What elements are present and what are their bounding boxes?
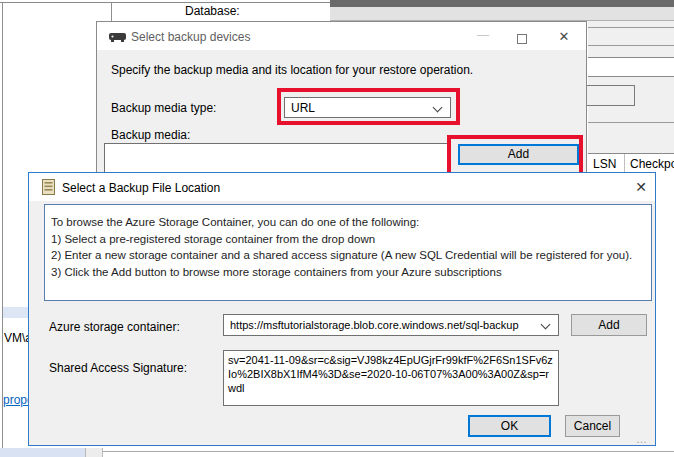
- shared-access-signature-label: Shared Access Signature:: [49, 361, 187, 375]
- azure-storage-container-value: https://msftutorialstorage.blob.core.win…: [230, 319, 534, 331]
- azure-storage-container-select[interactable]: https://msftutorialstorage.blob.core.win…: [223, 314, 559, 336]
- backup-sets-table-header: LSN Checkpoint: [588, 153, 674, 172]
- screenshot-root: Database: LSN Checkpoint VM\a prope Sele…: [0, 0, 674, 457]
- shared-access-signature-input[interactable]: sv=2041-11-09&sr=c&sig=VJ98kz4EpUGjrFr99…: [223, 350, 559, 406]
- properties-link-fragment[interactable]: prope: [3, 393, 28, 407]
- background-dark-bar: [330, 0, 674, 7]
- annotation-highlight-media-type: [277, 88, 460, 125]
- resize-grip[interactable]: …: [636, 433, 648, 445]
- server-path-fragment: VM\a: [4, 331, 28, 345]
- database-label: Database:: [185, 4, 240, 18]
- backup-device-icon: [109, 32, 126, 46]
- backup-media-label: Backup media:: [111, 128, 190, 142]
- dialog-title: Select a Backup File Location: [62, 181, 220, 195]
- select-backup-file-location-dialog: Select a Backup File Location ✕ To brows…: [28, 172, 656, 446]
- column-separator: [624, 154, 625, 172]
- select-backup-devices-titlebar[interactable]: Select backup devices — ✕: [97, 22, 586, 50]
- background-row-divider: [588, 122, 674, 123]
- close-icon[interactable]: ✕: [632, 179, 650, 197]
- column-header-lsn[interactable]: LSN: [593, 157, 616, 171]
- instructions-box: To browse the Azure Storage Container, y…: [44, 204, 652, 301]
- background-grid-row-fragment: [0, 448, 85, 457]
- minimize-button[interactable]: —: [475, 28, 491, 44]
- instruction-line: To browse the Azure Storage Container, y…: [51, 214, 645, 231]
- background-panel-divider: [111, 2, 112, 21]
- close-icon[interactable]: ✕: [556, 29, 572, 45]
- background-row-divider: [588, 45, 674, 46]
- backup-file-location-titlebar[interactable]: Select a Backup File Location ✕: [29, 173, 655, 201]
- cancel-button[interactable]: Cancel: [565, 415, 620, 437]
- dialog-title: Select backup devices: [131, 30, 250, 44]
- background-window-border: [0, 2, 334, 3]
- background-row-divider: [588, 27, 674, 28]
- background-toolbar-band: [330, 7, 674, 21]
- dialog-subtitle: Specify the backup media and its locatio…: [111, 63, 473, 77]
- background-panel-border-left: [2, 2, 3, 457]
- background-grid-header-fragment: [3, 307, 28, 318]
- background-button-fragment: [586, 85, 635, 106]
- backup-media-type-label: Backup media type:: [111, 101, 216, 115]
- instruction-line: 1) Select a pre-registered storage conta…: [51, 231, 645, 248]
- chevron-down-icon: [541, 320, 551, 330]
- instruction-line: 2) Enter a new storage container and a s…: [51, 247, 645, 264]
- azure-storage-container-label: Azure storage container:: [49, 320, 180, 334]
- background-input-fragment: [588, 57, 674, 77]
- instruction-line: 3) Click the Add button to browse more s…: [51, 264, 645, 281]
- add-storage-container-button[interactable]: Add: [571, 314, 647, 336]
- backup-file-icon: [42, 179, 55, 198]
- column-header-checkpoint[interactable]: Checkpoint: [630, 157, 674, 171]
- ok-button[interactable]: OK: [468, 415, 551, 437]
- maximize-icon[interactable]: [517, 34, 527, 44]
- background-divider-line: [103, 451, 674, 452]
- background-grid-cell-fragment: [85, 448, 103, 457]
